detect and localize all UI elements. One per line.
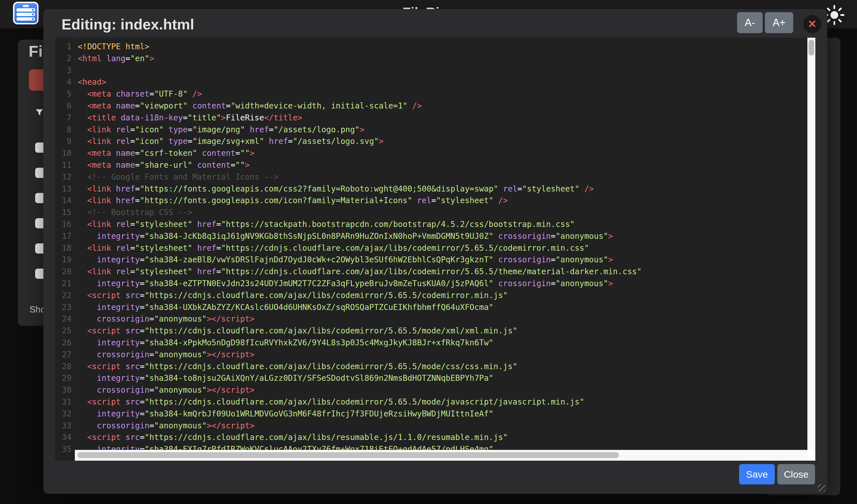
line-number: 8 (55, 124, 75, 136)
line-number: 13 (55, 183, 75, 195)
horizontal-scrollbar-thumb[interactable] (78, 452, 619, 458)
line-number: 33 (55, 420, 75, 432)
font-decrease-button[interactable]: A- (737, 12, 762, 33)
horizontal-scrollbar[interactable] (75, 450, 807, 460)
line-number: 34 (55, 432, 75, 444)
save-button[interactable]: Save (739, 464, 775, 484)
scrollbar-corner (807, 450, 815, 460)
line-number-gutter: 1234567891011121314151617181920212223242… (55, 41, 75, 455)
code-line[interactable]: <meta charset="UTF-8" /> (78, 88, 807, 100)
code-line[interactable]: <meta name="csrf-token" content=""> (78, 147, 807, 159)
code-line[interactable]: <script src="https://cdnjs.cloudflare.co… (78, 325, 807, 337)
code-line[interactable]: crossorigin="anonymous"></script> (78, 420, 807, 432)
code-line[interactable]: integrity="sha384-UXbkZAbZYZ/KCAslc6UO4d… (78, 301, 807, 313)
line-number: 7 (55, 112, 75, 124)
line-number: 21 (55, 278, 75, 290)
code-line[interactable]: <html lang="en"> (78, 53, 807, 65)
resize-handle[interactable] (818, 484, 825, 491)
line-number: 10 (55, 147, 75, 159)
line-number: 14 (55, 195, 75, 207)
code-line[interactable]: integrity="sha384-zaeBlB/vwYsDRSlFajnDd7… (78, 254, 807, 266)
code-line[interactable]: integrity="sha384-to8njsu2GAiXQnY/aLGzz0… (78, 372, 807, 384)
code-line[interactable]: <link href="https://fonts.googleapis.com… (78, 183, 807, 195)
vertical-scrollbar[interactable] (807, 38, 815, 460)
code-line[interactable] (78, 65, 807, 76)
line-number: 19 (55, 254, 75, 266)
line-number: 25 (55, 325, 75, 337)
code-line[interactable]: <!DOCTYPE html> (78, 41, 807, 53)
funnel-icon[interactable] (35, 107, 44, 118)
modal-title: Editing: index.html (62, 16, 194, 33)
code-line[interactable]: crossorigin="anonymous"></script> (78, 313, 807, 325)
code-area[interactable]: <!DOCTYPE html><html lang="en"><head> <m… (78, 41, 807, 455)
line-number: 16 (55, 219, 75, 230)
code-line[interactable]: <!-- Bootstrap CSS --> (78, 207, 807, 219)
line-number: 5 (55, 88, 75, 100)
line-number: 12 (55, 171, 75, 183)
code-line[interactable]: integrity="sha384-kmQrbJf09Uo1WRLMDVGoVG… (78, 408, 807, 420)
line-number: 29 (55, 372, 75, 384)
code-line[interactable]: <link rel="stylesheet" href="https://cdn… (78, 242, 807, 254)
sidebar-heading: Fi (29, 42, 43, 60)
line-number: 18 (55, 242, 75, 254)
line-number: 35 (55, 444, 75, 455)
line-number: 22 (55, 290, 75, 301)
code-line[interactable]: crossorigin="anonymous"></script> (78, 349, 807, 361)
code-line[interactable]: <link rel="icon" type="image/svg+xml" hr… (78, 135, 807, 147)
code-line[interactable]: integrity="sha384-eZTPTN0EvJdn23s24UDYJm… (78, 278, 807, 290)
editor-modal: Editing: index.html A- A+ ✕ 123456789101… (44, 9, 827, 494)
line-number: 3 (55, 65, 75, 76)
line-number: 15 (55, 207, 75, 219)
line-number: 32 (55, 408, 75, 420)
code-line[interactable]: <script src="https://cdnjs.cloudflare.co… (78, 432, 807, 444)
filerise-logo[interactable] (13, 2, 38, 24)
gutter-divider (75, 38, 75, 460)
code-line[interactable]: <script src="https://cdnjs.cloudflare.co… (78, 396, 807, 408)
line-number: 1 (55, 41, 75, 53)
close-button[interactable]: Close (777, 464, 815, 484)
line-number: 26 (55, 337, 75, 349)
font-increase-button[interactable]: A+ (765, 12, 793, 33)
line-number: 4 (55, 76, 75, 88)
code-line[interactable]: <script src="https://cdnjs.cloudflare.co… (78, 361, 807, 372)
code-line[interactable]: crossorigin="anonymous"></script> (78, 384, 807, 396)
code-line[interactable]: <link rel="stylesheet" href="https://sta… (78, 219, 807, 230)
line-number: 11 (55, 159, 75, 171)
vertical-scrollbar-thumb[interactable] (808, 40, 814, 55)
line-number: 30 (55, 384, 75, 396)
line-number: 23 (55, 301, 75, 313)
code-line[interactable]: <link rel="icon" type="image/png" href="… (78, 124, 807, 136)
line-number: 31 (55, 396, 75, 408)
code-line[interactable]: <link rel="stylesheet" href="https://cdn… (78, 266, 807, 278)
code-line[interactable]: <meta name="share-url" content=""> (78, 159, 807, 171)
code-line[interactable]: <meta name="viewport" content="width=dev… (78, 100, 807, 112)
line-number: 24 (55, 313, 75, 325)
line-number: 2 (55, 53, 75, 65)
line-number: 6 (55, 100, 75, 112)
server-stack-icon (15, 3, 37, 23)
code-line[interactable]: integrity="sha384-JcKb8q3iqJ61gNV9KGb8th… (78, 230, 807, 242)
code-line[interactable]: <!-- Google Fonts and Material Icons --> (78, 171, 807, 183)
code-line[interactable]: <head> (78, 76, 807, 88)
line-number: 27 (55, 349, 75, 361)
close-icon[interactable]: ✕ (803, 15, 821, 33)
line-number: 17 (55, 230, 75, 242)
code-line[interactable]: <link href="https://fonts.googleapis.com… (78, 195, 807, 207)
code-editor[interactable]: 1234567891011121314151617181920212223242… (55, 38, 815, 460)
code-line[interactable]: integrity="sha384-xPpkMo5nDgD98fIcuRVYhx… (78, 337, 807, 349)
line-number: 9 (55, 135, 75, 147)
line-number: 20 (55, 266, 75, 278)
line-number: 28 (55, 361, 75, 372)
code-line[interactable]: <script src="https://cdnjs.cloudflare.co… (78, 290, 807, 301)
code-line[interactable]: <title data-i18n-key="title">FileRise</t… (78, 112, 807, 124)
